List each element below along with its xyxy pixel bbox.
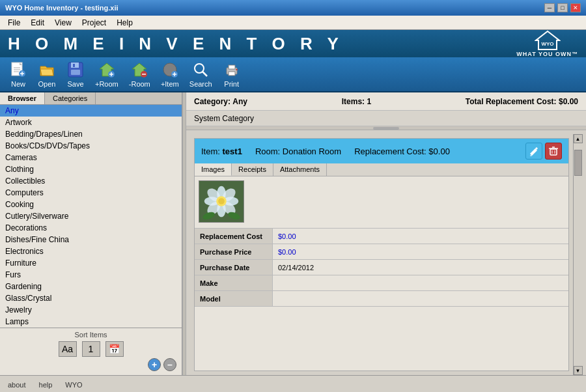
sort-alpha-button[interactable]: Aa bbox=[59, 341, 77, 357]
items-count-info: Items: 1 bbox=[342, 97, 371, 106]
menu-view[interactable]: View bbox=[49, 17, 77, 29]
search-label: Search bbox=[189, 80, 212, 88]
list-item[interactable]: Furniture bbox=[0, 257, 182, 269]
items-count: 1 bbox=[367, 97, 371, 106]
svg-point-45 bbox=[218, 198, 225, 204]
remove-room-button[interactable]: -Room bbox=[125, 59, 154, 89]
svg-point-23 bbox=[195, 64, 204, 73]
item-cost: $0.00 bbox=[428, 147, 450, 156]
tab-images[interactable]: Images bbox=[195, 163, 232, 176]
list-item[interactable]: Jewelry bbox=[0, 304, 182, 316]
detail-row: Make bbox=[195, 275, 568, 291]
scroll-thumb[interactable] bbox=[574, 150, 582, 176]
total-cost-info: Total Replacement Cost: $0.00 bbox=[466, 97, 578, 106]
list-item[interactable]: Collectibles bbox=[0, 175, 182, 187]
category-bar: Category: Any Items: 1 Total Replacement… bbox=[186, 92, 586, 111]
scroll-down-button[interactable]: ▼ bbox=[574, 366, 583, 375]
open-button[interactable]: Open bbox=[34, 59, 60, 89]
new-button[interactable]: New bbox=[5, 59, 31, 89]
delete-item-button[interactable] bbox=[545, 143, 562, 160]
menu-file[interactable]: File bbox=[3, 17, 25, 29]
tab-attachments[interactable]: Attachments bbox=[273, 163, 327, 176]
list-item[interactable]: Gardening bbox=[0, 281, 182, 292]
list-item[interactable]: Furs bbox=[0, 269, 182, 281]
separator bbox=[186, 126, 586, 130]
scroll-up-button[interactable]: ▲ bbox=[574, 134, 583, 143]
purchase-date-value: 02/14/2012 bbox=[273, 260, 568, 275]
edit-item-button[interactable] bbox=[525, 143, 542, 160]
tab-browser[interactable]: Browser bbox=[0, 92, 45, 104]
search-button[interactable]: Search bbox=[186, 59, 216, 89]
item-name-label: Item: test1 bbox=[201, 147, 242, 156]
item-header-info: Item: test1 Room: Donation Room Replacem… bbox=[201, 147, 525, 156]
model-value bbox=[273, 291, 568, 306]
main-area: Browser Categories Any Artwork Bedding/D… bbox=[0, 92, 586, 375]
svg-rect-12 bbox=[71, 70, 80, 75]
list-item[interactable]: Glass/Crystal bbox=[0, 292, 182, 304]
list-item[interactable]: Dishes/Fine China bbox=[0, 234, 182, 245]
add-category-button[interactable]: + bbox=[148, 358, 161, 371]
menu-bar: File Edit View Project Help bbox=[0, 16, 586, 30]
list-item[interactable]: Artwork bbox=[0, 117, 182, 128]
tab-categories[interactable]: Categories bbox=[45, 92, 96, 104]
maximize-button[interactable]: □ bbox=[557, 3, 568, 12]
right-panel: Category: Any Items: 1 Total Replacement… bbox=[186, 92, 586, 375]
save-label: Save bbox=[67, 80, 83, 88]
sidebar-tabs: Browser Categories bbox=[0, 92, 182, 105]
list-item[interactable]: Any bbox=[0, 105, 182, 117]
separator-handle[interactable] bbox=[373, 127, 399, 130]
new-icon bbox=[9, 61, 27, 79]
list-item[interactable]: Cooking bbox=[0, 199, 182, 210]
save-icon bbox=[66, 61, 85, 79]
sort-numeric-button[interactable]: 1 bbox=[82, 341, 100, 357]
tab-receipts[interactable]: Receipts bbox=[232, 163, 273, 176]
list-item[interactable]: Clothing bbox=[0, 163, 182, 175]
remove-category-button[interactable]: – bbox=[163, 358, 176, 371]
status-help[interactable]: help bbox=[39, 381, 53, 389]
close-button[interactable]: ✕ bbox=[570, 3, 581, 12]
status-wyo[interactable]: WYO bbox=[65, 381, 82, 389]
item-room: Donation Room bbox=[283, 147, 341, 156]
detail-row: Replacement Cost $0.00 bbox=[195, 229, 568, 244]
list-item[interactable]: Cameras bbox=[0, 152, 182, 163]
menu-help[interactable]: Help bbox=[111, 17, 138, 29]
list-item[interactable]: Lamps bbox=[0, 316, 182, 328]
title-bar: WYO Home Inventory - testing.xii ─ □ ✕ bbox=[0, 0, 586, 16]
app-header: H O M E I N V E N T O R Y WYO WHAT YOU O… bbox=[0, 30, 586, 57]
total-label: Total Replacement Cost: bbox=[466, 97, 557, 106]
list-item[interactable]: Computers bbox=[0, 187, 182, 199]
add-item-button[interactable]: +Item bbox=[157, 59, 183, 89]
add-room-button[interactable]: +Room bbox=[91, 59, 122, 89]
system-category-label: System Category bbox=[194, 114, 254, 123]
status-about[interactable]: about bbox=[8, 381, 26, 389]
logo-house-icon: WYO bbox=[535, 30, 561, 51]
open-icon bbox=[38, 61, 56, 79]
print-icon bbox=[223, 61, 241, 79]
new-label: New bbox=[11, 80, 25, 88]
sort-date-button[interactable]: 📅 bbox=[105, 341, 124, 357]
item-image-0[interactable] bbox=[199, 180, 244, 223]
menu-project[interactable]: Project bbox=[77, 17, 111, 29]
total-value: $0.00 bbox=[559, 97, 578, 106]
list-item[interactable]: Electronics bbox=[0, 245, 182, 257]
item-header: Item: test1 Room: Donation Room Replacem… bbox=[195, 139, 568, 163]
purchase-price-value: $0.00 bbox=[273, 244, 568, 259]
list-item[interactable]: Decorations bbox=[0, 222, 182, 234]
list-item[interactable]: Books/CDs/DVDs/Tapes bbox=[0, 140, 182, 152]
minimize-button[interactable]: ─ bbox=[544, 3, 555, 12]
items-label: Items: bbox=[342, 97, 365, 106]
make-label: Make bbox=[195, 275, 273, 290]
item-scrollbar[interactable]: ▲ ▼ bbox=[573, 134, 582, 375]
purchase-price-label: Purchase Price bbox=[195, 244, 273, 259]
menu-edit[interactable]: Edit bbox=[25, 17, 49, 29]
save-button[interactable]: Save bbox=[63, 59, 89, 89]
sidebar-bottom-icons: + – bbox=[3, 357, 179, 372]
list-item[interactable]: Cutlery/Silverware bbox=[0, 210, 182, 222]
status-bar: about help WYO bbox=[0, 375, 586, 392]
sidebar-controls: Sort Items Aa 1 📅 + – bbox=[0, 328, 182, 375]
add-item-label: +Item bbox=[161, 80, 179, 88]
print-button[interactable]: Print bbox=[219, 59, 245, 89]
list-item[interactable]: Bedding/Drapes/Linen bbox=[0, 128, 182, 140]
remove-room-label: -Room bbox=[129, 80, 150, 88]
item-details: Replacement Cost $0.00 Purchase Price $0… bbox=[195, 229, 568, 371]
